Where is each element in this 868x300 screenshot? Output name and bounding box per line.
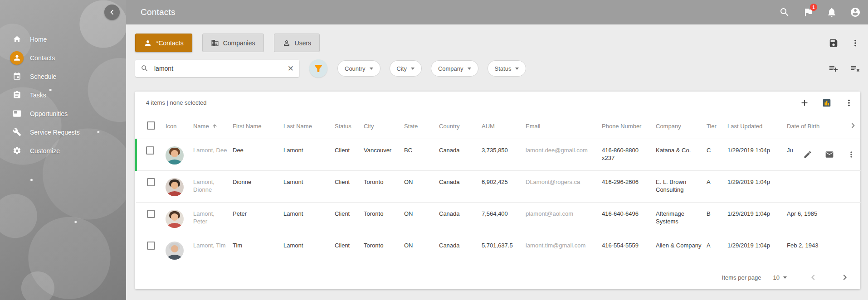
table-row[interactable]: Lamont, Tim Tim Lamont Client Toronto ON…: [136, 234, 861, 266]
filter-chip-company[interactable]: Company: [431, 60, 478, 77]
sidebar-item-schedule[interactable]: Schedule: [0, 67, 126, 86]
items-per-page-label: Items per page: [722, 274, 761, 281]
column-header-first-name[interactable]: First Name: [233, 114, 283, 139]
sidebar-item-service-requests[interactable]: Service Requests: [0, 123, 126, 141]
cell-dob: Feb 2, 1943: [787, 234, 848, 266]
account-icon[interactable]: [850, 7, 861, 18]
next-page-button[interactable]: [839, 272, 850, 283]
sidebar-item-tasks[interactable]: Tasks: [0, 86, 126, 104]
cell-last-name: Lamont: [283, 170, 335, 202]
playlist-add-icon[interactable]: [829, 63, 839, 73]
filter-chip-status[interactable]: Status: [488, 60, 527, 77]
row-checkbox[interactable]: [146, 146, 154, 155]
column-header-dob[interactable]: Date of Birth: [787, 114, 848, 139]
save-icon[interactable]: [829, 38, 839, 48]
column-header-name[interactable]: Name: [193, 114, 233, 139]
column-header-email[interactable]: Email: [526, 114, 602, 139]
avatar-hair: [169, 211, 180, 219]
cell-dob: [787, 170, 848, 202]
cell-state: ON: [404, 170, 439, 202]
filter-funnel-icon[interactable]: [309, 59, 327, 77]
cell-last-name: Lamont: [283, 139, 335, 170]
tab-users[interactable]: Users: [274, 34, 320, 52]
sidebar-item-contacts[interactable]: Contacts: [0, 48, 126, 67]
cell-status: Client: [335, 202, 364, 234]
cell-first-name: Tim: [233, 234, 283, 266]
cell-company: Afterimage Systems: [656, 202, 707, 234]
more-vert-icon[interactable]: [850, 38, 860, 48]
cell-tier: B: [707, 202, 727, 234]
sidebar-item-opportunities[interactable]: Opportunities: [0, 104, 126, 123]
cell-country: Canada: [439, 139, 482, 170]
chip-label: City: [397, 65, 407, 72]
filter-chip-city[interactable]: City: [390, 60, 422, 77]
column-header-company[interactable]: Company: [656, 114, 707, 139]
notifications-icon[interactable]: [826, 7, 837, 18]
edit-icon[interactable]: [803, 150, 812, 159]
filter-chip-country[interactable]: Country: [337, 60, 380, 77]
contacts-table: Icon Name First Name Last Name Status Ci…: [135, 114, 861, 266]
sidebar-collapse-button[interactable]: [104, 5, 120, 20]
table-row[interactable]: Lamont, Peter Peter Lamont Client Toront…: [136, 202, 861, 234]
cell-city: Toronto: [364, 234, 404, 266]
cell-status: Client: [335, 170, 364, 202]
row-checkbox[interactable]: [147, 242, 155, 250]
cell-status: Client: [335, 139, 364, 170]
cell-first-name: Dee: [233, 139, 283, 170]
selection-summary: 4 items | none selected: [146, 99, 206, 106]
table-row[interactable]: Lamont, Dee Dee Lamont Client Vancouver …: [136, 139, 861, 170]
column-header-country[interactable]: Country: [439, 114, 482, 139]
column-header-state[interactable]: State: [404, 114, 439, 139]
sidebar-item-home[interactable]: Home: [0, 30, 126, 48]
previous-page-button[interactable]: [808, 272, 819, 283]
chart-icon[interactable]: [822, 98, 832, 108]
column-header-phone[interactable]: Phone Number: [602, 114, 656, 139]
cell-city: Vancouver: [364, 139, 404, 170]
chip-label: Company: [438, 65, 463, 72]
cell-city: Toronto: [364, 202, 404, 234]
select-all-checkbox[interactable]: [147, 121, 155, 130]
sidebar-item-label: Schedule: [30, 73, 56, 80]
search-box: ✕: [135, 60, 299, 77]
tab-companies[interactable]: Companies: [202, 34, 264, 52]
add-icon[interactable]: [800, 98, 809, 108]
avatar: [166, 146, 184, 165]
column-header-aum[interactable]: AUM: [482, 114, 526, 139]
column-header-city[interactable]: City: [364, 114, 404, 139]
tab-contacts[interactable]: *Contacts: [135, 34, 192, 52]
cell-last-updated: 1/29/2019 1:04p: [727, 202, 787, 234]
cell-last-name: Lamont: [283, 234, 335, 266]
cell-aum: 7,564,400: [482, 202, 526, 234]
cell-company: Katana & Co.: [656, 139, 707, 170]
sidebar-item-label: Opportunities: [30, 110, 68, 117]
search-icon[interactable]: [779, 7, 790, 18]
table-row[interactable]: Lamont, Dionne Dionne Lamont Client Toro…: [136, 170, 861, 202]
cell-last-updated: 1/29/2019 1:04p: [727, 139, 787, 170]
chevron-left-icon: [107, 7, 117, 17]
cell-state: ON: [404, 202, 439, 234]
items-per-page-select[interactable]: 10: [773, 274, 787, 281]
column-header-last-name[interactable]: Last Name: [283, 114, 335, 139]
more-vert-icon[interactable]: [844, 98, 854, 108]
chevron-down-icon: [411, 68, 414, 70]
cell-phone: 416-554-5559: [602, 234, 656, 266]
cell-tier: A: [707, 234, 727, 266]
sidebar-item-customize[interactable]: Customize: [0, 141, 126, 160]
email-icon[interactable]: [825, 150, 834, 159]
column-header-icon[interactable]: Icon: [166, 114, 193, 139]
chevron-right-icon[interactable]: [848, 121, 858, 131]
column-header-status[interactable]: Status: [335, 114, 364, 139]
column-header-tier[interactable]: Tier: [707, 114, 727, 139]
search-input[interactable]: [153, 64, 286, 73]
person-icon: [10, 51, 24, 65]
cell-country: Canada: [439, 234, 482, 266]
cell-email: lamont.tim@gmail.com: [526, 234, 602, 266]
close-icon[interactable]: ✕: [286, 64, 296, 73]
flag-icon[interactable]: 1: [803, 7, 814, 18]
playlist-remove-icon[interactable]: [850, 63, 860, 73]
row-checkbox[interactable]: [147, 178, 155, 186]
column-header-last-updated[interactable]: Last Updated: [727, 114, 787, 139]
cell-company: E. L. Brown Consulting: [656, 170, 707, 202]
more-vert-icon[interactable]: [847, 150, 856, 159]
row-checkbox[interactable]: [147, 210, 155, 218]
